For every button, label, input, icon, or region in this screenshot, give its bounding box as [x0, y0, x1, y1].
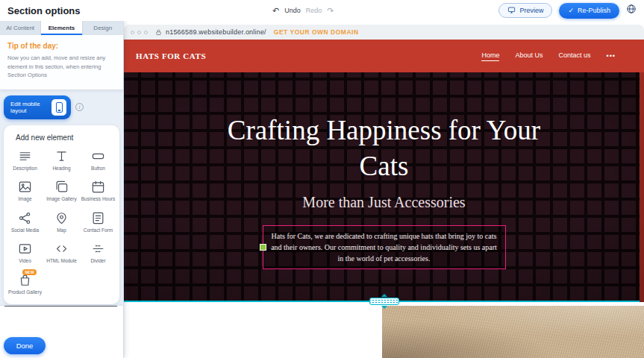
redo-button[interactable]: Redo [306, 7, 322, 14]
nav-item-contact[interactable]: Contact us [559, 51, 591, 60]
hero-text-box[interactable]: Hats for Cats, we are dedicated to craft… [263, 225, 506, 269]
undo-button[interactable]: Undo [284, 7, 301, 14]
element-option-video[interactable]: Video [7, 242, 43, 264]
phone-icon [51, 99, 66, 116]
site-logo[interactable]: HATS FOR CATS [136, 51, 206, 60]
element-label: Product Gallery [8, 289, 42, 295]
site-preview: HATS FOR CATS Home About Us Contact us •… [124, 40, 644, 358]
canvas-scrollbar[interactable] [640, 40, 644, 302]
panel-divider [4, 306, 117, 307]
done-button[interactable]: Done [4, 337, 46, 354]
element-option-contact-form[interactable]: Contact Form [80, 211, 116, 233]
browser-bar: n1566589.websitebuilder.online/ GET YOUR… [124, 25, 644, 40]
divider-icon [91, 242, 105, 256]
lock-icon [155, 29, 162, 36]
panel-bottom: Done [0, 306, 123, 358]
social-media-icon [18, 211, 32, 225]
undo-icon[interactable]: ↶ [272, 7, 279, 15]
element-label: Description [13, 166, 37, 172]
next-site-section[interactable] [124, 302, 644, 358]
element-grid: Description Heading Button Image [7, 149, 116, 295]
page-title: Section options [7, 5, 81, 16]
element-option-map[interactable]: Map [43, 211, 80, 233]
element-label: Map [57, 227, 66, 233]
browser-dot-icon [131, 31, 134, 34]
element-option-divider[interactable]: Divider [80, 242, 116, 264]
selection-handle[interactable] [260, 244, 266, 251]
image-gallery-icon [54, 180, 69, 194]
image-icon [18, 180, 32, 194]
video-icon [18, 242, 32, 256]
hero-heading[interactable]: Crafting Happiness for Your Cats [216, 113, 552, 184]
element-option-social-media[interactable]: Social Media [7, 211, 43, 233]
business-hours-icon [91, 180, 105, 194]
monitor-icon [507, 6, 516, 16]
element-label: Social Media [11, 227, 39, 233]
language-globe-icon[interactable] [626, 4, 637, 17]
site-url[interactable]: n1566589.websitebuilder.online/ [166, 28, 266, 36]
element-label: Business Hours [81, 196, 116, 202]
element-option-description[interactable]: Description [7, 149, 43, 172]
tip-of-the-day: Tip of the day: Now you can add, move an… [0, 35, 123, 90]
map-icon [54, 211, 69, 225]
element-label: Divider [90, 258, 105, 264]
edit-mobile-layout-button[interactable]: Edit mobile layout [4, 95, 71, 119]
element-label: HTML Module [46, 258, 77, 264]
description-icon [18, 149, 32, 163]
element-label: Button [91, 166, 105, 172]
contact-form-icon [91, 211, 105, 225]
element-option-button[interactable]: Button [80, 149, 116, 172]
add-new-element-title: Add new element [7, 134, 116, 142]
site-canvas: n1566589.websitebuilder.online/ GET YOUR… [124, 21, 644, 358]
heading-icon [54, 149, 69, 163]
editor-main: AI Content Elements Design Tip of the da… [0, 21, 644, 358]
element-option-image-gallery[interactable]: Image Gallery [43, 180, 80, 202]
site-header[interactable]: HATS FOR CATS Home About Us Contact us •… [124, 40, 644, 72]
tip-title: Tip of the day: [7, 42, 116, 50]
nav-more-icon[interactable]: ••• [607, 52, 616, 60]
nav-item-about[interactable]: About Us [515, 51, 543, 60]
editor-topbar: Section options ↶ Undo Redo ↷ Preview ✓ … [0, 0, 644, 21]
new-badge: NEW [22, 269, 37, 275]
redo-icon[interactable]: ↷ [327, 7, 334, 15]
tip-body: Now you can add, move and resize any ele… [7, 54, 116, 80]
section-resize-handle[interactable] [369, 294, 399, 309]
resize-down-arrow-icon [381, 306, 387, 309]
republish-button[interactable]: ✓ Re-Publish [559, 3, 619, 19]
tab-design[interactable]: Design [83, 21, 123, 35]
nav-item-home[interactable]: Home [481, 51, 499, 61]
resize-up-arrow-icon [381, 294, 387, 297]
info-icon[interactable]: i [75, 103, 84, 111]
element-label: Video [19, 258, 31, 264]
get-domain-link[interactable]: GET YOUR OWN DOMAIN [274, 28, 359, 36]
browser-dot-icon [137, 31, 141, 34]
history-controls: ↶ Undo Redo ↷ [272, 7, 334, 15]
element-option-heading[interactable]: Heading [43, 149, 80, 172]
element-option-html-module[interactable]: HTML Module [43, 242, 80, 264]
republish-label: Re-Publish [578, 7, 610, 14]
element-label: Heading [52, 166, 70, 172]
element-option-product-gallery[interactable]: NEW Product Gallery [7, 273, 43, 295]
html-module-icon [54, 242, 69, 256]
edit-mobile-label: Edit mobile layout [10, 101, 46, 114]
panel-middle: Edit mobile layout i Add new element Des… [0, 90, 123, 306]
left-panel: AI Content Elements Design Tip of the da… [0, 21, 124, 358]
preview-button[interactable]: Preview [498, 3, 552, 18]
element-option-image[interactable]: Image [7, 180, 43, 202]
resize-grip-icon [369, 298, 399, 305]
hero-subheading[interactable]: More than Just Accessories [302, 194, 465, 211]
element-label: Contact Form [84, 227, 113, 233]
hero-paragraph: Hats for Cats, we are dedicated to craft… [271, 230, 498, 264]
element-option-business-hours[interactable]: Business Hours [80, 180, 116, 202]
element-label: Image Gallery [46, 196, 76, 202]
add-new-element-card: Add new element Description Heading [4, 125, 119, 304]
tab-ai-content[interactable]: AI Content [0, 21, 41, 35]
hero-section[interactable]: Crafting Happiness for Your Cats More th… [124, 72, 644, 301]
section-image[interactable] [382, 306, 644, 358]
edit-mobile-row: Edit mobile layout i [4, 95, 119, 119]
check-icon: ✓ [568, 7, 574, 14]
site-nav: Home About Us Contact us ••• [481, 51, 632, 61]
tab-elements[interactable]: Elements [41, 21, 82, 35]
editor-screen: Section options ↶ Undo Redo ↷ Preview ✓ … [0, 0, 644, 358]
browser-dot-icon [144, 31, 148, 34]
